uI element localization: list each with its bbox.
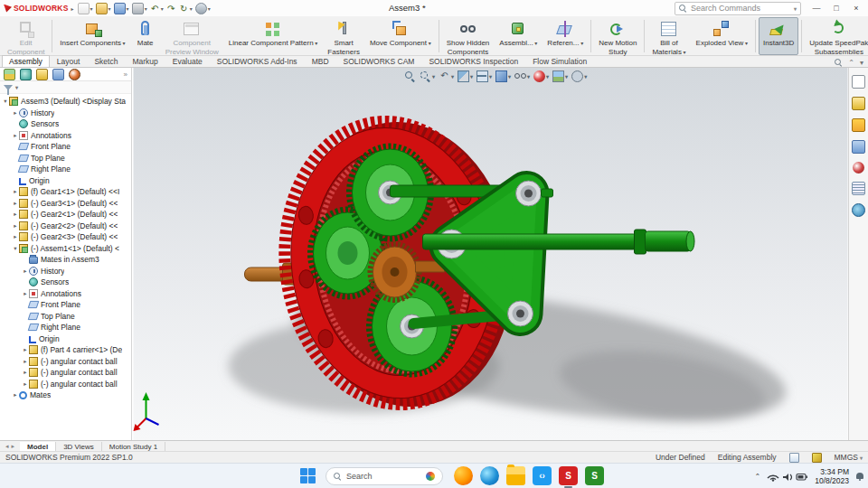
taskbar-search[interactable]: Search <box>326 467 443 485</box>
tree-item[interactable]: ▸Annotations <box>0 288 131 300</box>
solidworks-icon[interactable]: S <box>559 466 578 485</box>
solidworks-logo[interactable]: SOLIDWORKS ▸ <box>0 4 78 13</box>
tree-item[interactable]: Top Plane <box>0 153 131 164</box>
edit-component-button[interactable]: EditComponent <box>3 17 49 55</box>
hud-apply-scene[interactable]: ▾ <box>552 70 568 82</box>
tree-item[interactable]: Sensors <box>0 277 131 288</box>
hud-edit-appearance[interactable]: ▾ <box>533 70 549 82</box>
reference-geometry-button[interactable]: Referen... ▾ <box>542 17 588 55</box>
notification-bell-icon[interactable] <box>855 472 864 481</box>
custom-properties-icon[interactable] <box>852 182 865 195</box>
collapsed-arrow-icon[interactable]: ▸ <box>12 233 19 240</box>
tree-item[interactable]: ▸(-) angular contact ball <box>0 379 131 390</box>
command-search-input[interactable]: Search Commands ▾ <box>675 2 801 15</box>
update-speedpak-subassemblies-button[interactable]: Update SpeedPakSubassemblies <box>805 17 868 55</box>
quick-options[interactable]: ▾ <box>195 3 211 14</box>
doc-tab-motion-study-1[interactable]: Motion Study 1 <box>102 442 165 452</box>
quick-redo[interactable]: ↷ <box>166 4 176 14</box>
collapsed-arrow-icon[interactable]: ▸ <box>22 290 29 297</box>
dropdown-caret-icon[interactable]: ▾ <box>190 5 193 12</box>
collapsed-arrow-icon[interactable]: ▸ <box>12 391 19 399</box>
tree-item[interactable]: ▸History <box>0 266 131 277</box>
expanded-arrow-icon[interactable]: ▾ <box>12 245 19 252</box>
linear-component-pattern-button[interactable]: Linear Component Pattern ▾ <box>224 17 323 55</box>
feature-manager-icon[interactable] <box>4 69 15 80</box>
collapsed-arrow-icon[interactable]: ▸ <box>12 200 19 207</box>
collapsed-arrow-icon[interactable]: ▸ <box>22 358 29 365</box>
tree-item[interactable]: ▸(f) Part 4 carrier<1> (De <box>0 344 131 356</box>
edge-icon[interactable] <box>480 466 499 485</box>
appearances-icon[interactable] <box>853 162 864 174</box>
minimize-button[interactable]: — <box>807 0 826 16</box>
bill-of-materials-button[interactable]: Bill ofMaterials ▾ <box>647 17 690 55</box>
view-palette-icon[interactable] <box>852 140 865 154</box>
ribbon-search-icon[interactable] <box>835 59 843 67</box>
tab-markup[interactable]: Markup <box>125 55 165 67</box>
quick-save[interactable]: ▾ <box>114 3 129 14</box>
instant3d-button[interactable]: Instant3D <box>759 17 798 55</box>
tree-item[interactable]: ▸(-) Gear3<1> (Default) << <box>0 198 131 210</box>
task-pane-icon[interactable] <box>852 75 865 89</box>
collapsed-arrow-icon[interactable]: ▸ <box>12 211 19 218</box>
menu-expand-icon[interactable]: ▸ <box>71 5 74 12</box>
start-button[interactable] <box>300 468 316 484</box>
maximize-button[interactable]: □ <box>826 0 846 16</box>
collapsed-arrow-icon[interactable]: ▸ <box>22 346 29 353</box>
collapsed-arrow-icon[interactable]: ▸ <box>12 222 19 230</box>
quick-undo[interactable]: ↶▾ <box>150 4 164 14</box>
quick-rebuild[interactable]: ↻▾ <box>179 4 193 14</box>
unit-system-selector[interactable]: MMGS ▾ <box>835 453 863 462</box>
tree-item[interactable]: Front Plane <box>0 141 131 153</box>
tree-item[interactable]: Right Plane <box>0 322 131 333</box>
tree-item[interactable]: ▾Assem3 (Default) <Display Sta <box>0 96 131 108</box>
tab-evaluate[interactable]: Evaluate <box>165 55 210 67</box>
solidworks-doc-icon[interactable]: S <box>585 466 604 485</box>
ribbon-collapse-icon[interactable]: ⌃ <box>848 59 854 67</box>
hud-display-style[interactable]: ▾ <box>495 70 511 82</box>
dimxpert-manager-icon[interactable] <box>52 69 64 80</box>
tree-item[interactable]: Origin <box>0 175 131 187</box>
quick-open[interactable]: ▾ <box>96 3 111 14</box>
tab-solidworks-add-ins[interactable]: SOLIDWORKS Add-Ins <box>210 55 305 67</box>
tab-layout[interactable]: Layout <box>50 55 88 67</box>
graphics-area[interactable]: ▾↶▾▾▾▾▾▾▾▾ <box>133 68 848 440</box>
doc-tab-arrows[interactable]: ◂▸ <box>0 443 20 450</box>
move-component-button[interactable]: Move Component ▾ <box>365 17 436 55</box>
config-manager-icon[interactable] <box>36 69 48 80</box>
firefox-icon[interactable] <box>454 466 473 485</box>
collapsed-arrow-icon[interactable]: ▸ <box>22 267 29 275</box>
tree-item[interactable]: Right Plane <box>0 164 131 175</box>
hud-previous-view[interactable]: ↶▾ <box>439 70 454 82</box>
dropdown-caret-icon[interactable]: ▾ <box>108 5 111 12</box>
tab-solidworks-inspection[interactable]: SOLIDWORKS Inspection <box>421 55 525 67</box>
viewport-3d-scene[interactable] <box>133 68 848 440</box>
hud-zoom-fit[interactable] <box>404 70 416 82</box>
tree-item[interactable]: Front Plane <box>0 299 131 311</box>
component-preview-window-button[interactable]: ComponentPreview Window <box>161 17 223 55</box>
quick-print[interactable]: ▾ <box>132 3 147 14</box>
tree-item[interactable]: Origin <box>0 333 131 345</box>
tree-item[interactable]: Sensors <box>0 118 131 130</box>
mate-button[interactable]: Mate <box>131 17 160 55</box>
collapsed-arrow-icon[interactable]: ▸ <box>12 109 19 117</box>
search-caret-icon[interactable]: ▾ <box>794 5 797 12</box>
tab-mbd[interactable]: MBD <box>305 55 336 67</box>
tree-item[interactable]: ▸(-) angular contact ball <box>0 356 131 368</box>
tree-item[interactable]: ▸(-) Gear2<3> (Default) << <box>0 231 131 243</box>
tree-item[interactable]: ▸Mates <box>0 389 131 401</box>
tree-item[interactable]: ▸(-) Gear2<1> (Default) << <box>0 209 131 221</box>
new-motion-study-button[interactable]: New MotionStudy <box>594 17 641 55</box>
tree-item[interactable]: ▸History <box>0 108 131 119</box>
exploded-view-button[interactable]: Exploded View ▾ <box>692 17 752 55</box>
hud-view-orientation[interactable]: ▾ <box>476 70 492 82</box>
tree-item[interactable]: ▸(-) Gear2<2> (Default) << <box>0 221 131 232</box>
display-manager-icon[interactable] <box>69 69 80 80</box>
tab-solidworks-cam[interactable]: SOLIDWORKS CAM <box>336 55 422 67</box>
file-explorer-icon[interactable] <box>852 118 865 132</box>
design-library-icon[interactable] <box>852 97 865 110</box>
tree-item[interactable]: Top Plane <box>0 311 131 323</box>
forum-icon[interactable] <box>852 203 865 217</box>
collapsed-arrow-icon[interactable]: ▸ <box>12 188 19 195</box>
hud-view-settings[interactable]: ▾ <box>571 70 587 82</box>
tray-status-icons[interactable] <box>767 471 808 482</box>
